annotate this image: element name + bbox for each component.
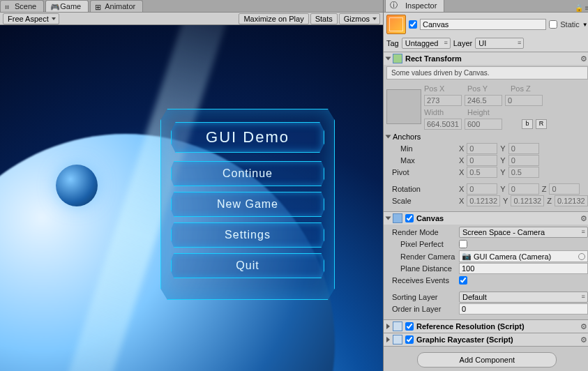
posz-field[interactable]: 0 bbox=[505, 95, 543, 106]
static-checkbox[interactable] bbox=[549, 20, 557, 29]
tab-animator-label: Animator bbox=[105, 2, 135, 10]
y-label: Y bbox=[500, 144, 505, 153]
blueprint-button[interactable]: b bbox=[522, 119, 533, 129]
anchor-preset[interactable] bbox=[386, 89, 421, 124]
gear-icon[interactable]: ⚙ bbox=[580, 214, 588, 222]
fold-icon bbox=[386, 324, 390, 329]
max-x-field[interactable]: 0 bbox=[467, 155, 497, 166]
small-planet bbox=[56, 165, 98, 206]
posy-label: Pos Y bbox=[467, 84, 508, 93]
gear-icon[interactable]: ⚙ bbox=[580, 335, 588, 344]
order-in-layer-label: Order in Layer bbox=[386, 305, 456, 313]
y-label: Y bbox=[500, 156, 505, 165]
tab-scene[interactable]: ⌗Scene bbox=[0, 0, 44, 12]
posx-field[interactable]: 273 bbox=[424, 95, 462, 106]
rect-transform-header[interactable]: Rect Transform ⚙ bbox=[384, 52, 588, 65]
render-camera-value: GUI Camera (Camera) bbox=[474, 252, 551, 261]
x-label: X bbox=[459, 156, 464, 165]
canvas-enabled-checkbox[interactable] bbox=[405, 214, 414, 222]
max-label: Max bbox=[386, 156, 456, 165]
rot-z-field[interactable]: 0 bbox=[549, 183, 580, 195]
rect-note: Some values driven by Canvas. bbox=[386, 66, 588, 80]
order-in-layer-field[interactable]: 0 bbox=[459, 303, 588, 315]
stats-toggle[interactable]: Stats bbox=[310, 13, 338, 24]
layer-value: UI bbox=[478, 39, 486, 47]
gear-icon[interactable]: ⚙ bbox=[580, 322, 588, 331]
lock-icon[interactable]: 🔒 ≡ bbox=[575, 4, 588, 12]
menu-title: GUI Demo bbox=[171, 122, 324, 153]
rot-x-field[interactable]: 0 bbox=[467, 183, 497, 195]
render-camera-label: Render Camera bbox=[386, 252, 456, 261]
object-picker-icon[interactable] bbox=[578, 253, 585, 260]
canvas-header[interactable]: Canvas ⚙ bbox=[384, 212, 588, 225]
game-toolbar: Free Aspect Maximize on Play Stats Gizmo… bbox=[0, 13, 383, 25]
height-field[interactable]: 600 bbox=[465, 119, 502, 130]
graphic-raycaster-component: Graphic Raycaster (Script) ⚙ bbox=[384, 333, 588, 347]
refres-enabled-checkbox[interactable] bbox=[405, 322, 414, 331]
receives-events-checkbox[interactable] bbox=[459, 276, 467, 285]
gui-menu-panel: GUI Demo Continue New Game Settings Quit bbox=[160, 109, 335, 300]
scale-label: Scale bbox=[386, 197, 456, 205]
raycaster-enabled-checkbox[interactable] bbox=[405, 335, 414, 344]
width-field[interactable]: 664.5031 bbox=[424, 119, 462, 130]
static-dropdown-icon[interactable]: ▼ bbox=[582, 22, 588, 28]
pixel-perfect-label: Pixel Perfect bbox=[386, 240, 456, 248]
scale-z-field[interactable]: 0.12132 bbox=[555, 195, 588, 206]
sorting-layer-dropdown[interactable]: Default bbox=[459, 292, 588, 303]
tab-inspector[interactable]: ⓘ Inspector bbox=[385, 0, 444, 12]
gear-icon[interactable]: ⚙ bbox=[580, 54, 588, 63]
rot-y-field[interactable]: 0 bbox=[508, 183, 539, 195]
plane-distance-field[interactable]: 100 bbox=[459, 263, 588, 274]
raw-button[interactable]: R bbox=[536, 119, 547, 129]
aspect-dropdown[interactable]: Free Aspect bbox=[3, 13, 59, 24]
anchors-fold-icon[interactable] bbox=[386, 135, 391, 139]
maximize-toggle[interactable]: Maximize on Play bbox=[239, 13, 308, 24]
min-label: Min bbox=[386, 144, 456, 153]
game-viewport: GUI Demo Continue New Game Settings Quit bbox=[0, 25, 383, 371]
scene-icon: ⌗ bbox=[5, 3, 12, 10]
render-camera-field[interactable]: 📷GUI Camera (Camera) bbox=[459, 250, 588, 262]
tab-animator[interactable]: ⊞Animator bbox=[90, 0, 143, 12]
max-y-field[interactable]: 0 bbox=[508, 155, 539, 166]
continue-button[interactable]: Continue bbox=[171, 161, 324, 186]
object-name-field[interactable]: Canvas bbox=[420, 19, 546, 30]
plane-distance-label: Plane Distance bbox=[386, 264, 456, 273]
y-label: Y bbox=[500, 168, 505, 176]
add-component-button[interactable]: Add Component bbox=[417, 352, 557, 368]
layer-label: Layer bbox=[453, 39, 473, 47]
pivot-x-field[interactable]: 0.5 bbox=[467, 167, 497, 178]
inspector-tabbar: ⓘ Inspector 🔒 ≡ bbox=[384, 0, 588, 13]
graphic-raycaster-header[interactable]: Graphic Raycaster (Script) ⚙ bbox=[384, 333, 588, 346]
receives-events-label: Receives Events bbox=[386, 276, 456, 285]
pivot-y-field[interactable]: 0.5 bbox=[508, 167, 539, 178]
rect-transform-component: Rect Transform ⚙ Some values driven by C… bbox=[384, 52, 588, 212]
posy-field[interactable]: 246.5 bbox=[465, 95, 502, 106]
reference-resolution-title: Reference Resolution (Script) bbox=[416, 322, 525, 331]
tab-game[interactable]: 🎮Game bbox=[45, 0, 89, 12]
z-label: Z bbox=[547, 197, 552, 205]
layer-dropdown[interactable]: UI bbox=[475, 38, 524, 49]
tag-dropdown[interactable]: Untagged bbox=[402, 38, 451, 49]
settings-button[interactable]: Settings bbox=[171, 222, 324, 248]
game-icon: 🎮 bbox=[50, 3, 57, 10]
rotation-label: Rotation bbox=[386, 185, 456, 193]
x-label: X bbox=[459, 185, 464, 193]
canvas-icon bbox=[393, 213, 402, 223]
quit-button[interactable]: Quit bbox=[171, 253, 324, 278]
pixel-perfect-checkbox[interactable] bbox=[459, 240, 467, 248]
add-component-label: Add Component bbox=[460, 356, 515, 364]
min-y-field[interactable]: 0 bbox=[508, 143, 539, 154]
object-subheader: Tag Untagged Layer UI bbox=[384, 36, 588, 52]
gizmos-dropdown[interactable]: Gizmos bbox=[339, 13, 380, 24]
active-checkbox[interactable] bbox=[409, 20, 417, 29]
scale-y-field[interactable]: 0.12132 bbox=[511, 195, 544, 206]
width-label: Width bbox=[424, 108, 465, 116]
min-x-field[interactable]: 0 bbox=[467, 143, 497, 154]
new-game-button[interactable]: New Game bbox=[171, 192, 324, 217]
reference-resolution-header[interactable]: Reference Resolution (Script) ⚙ bbox=[384, 320, 588, 333]
gameobject-icon[interactable] bbox=[386, 15, 406, 34]
inspector-icon: ⓘ bbox=[390, 0, 398, 10]
x-label: X bbox=[459, 168, 464, 176]
render-mode-dropdown[interactable]: Screen Space - Camera bbox=[459, 227, 588, 238]
scale-x-field[interactable]: 0.12132 bbox=[467, 195, 500, 206]
